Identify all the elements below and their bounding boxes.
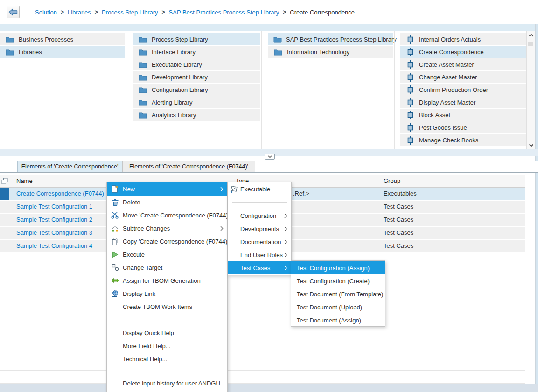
menu-item-more-field-help[interactable]: More Field Help...: [107, 339, 227, 352]
back-button[interactable]: [7, 6, 20, 18]
menu-item-label: Test Cases: [240, 265, 270, 272]
breadcrumb-process-step-library[interactable]: Process Step Library: [102, 9, 158, 16]
menu-item-technical-help[interactable]: Technical Help...: [107, 352, 227, 365]
select-all-icon[interactable]: [1, 178, 8, 184]
column-header-group[interactable]: Group: [384, 175, 400, 187]
executable-icon: [230, 185, 238, 194]
panel4-scrollbar[interactable]: [526, 31, 535, 149]
list-item[interactable]: Alerting Library: [133, 96, 260, 108]
empty-row: [0, 357, 525, 371]
list-item-label: Confirm Production Order: [419, 86, 488, 93]
breadcrumb-libraries[interactable]: Libraries: [68, 9, 91, 16]
list-item[interactable]: Interface Library: [133, 46, 260, 58]
column-header-name[interactable]: Name: [16, 175, 33, 187]
cell-group: Test Cases: [384, 201, 413, 213]
menu-item-assign-for-tbom[interactable]: Assign for TBOM Generation: [107, 274, 227, 287]
list-item[interactable]: Post Goods Issue: [400, 121, 526, 133]
scroll-down-icon[interactable]: [529, 144, 534, 147]
submenu-item-test-configuration-create[interactable]: Test Configuration (Create): [291, 274, 385, 287]
process-step-icon: [405, 35, 415, 44]
list-item[interactable]: Development Library: [133, 71, 260, 83]
breadcrumb-current: Create Correspondence: [290, 9, 355, 16]
menu-item-execute[interactable]: Execute: [107, 248, 227, 261]
browser-panel-1: Business Processes Libraries: [0, 33, 125, 58]
breadcrumb-separator: >: [162, 9, 165, 15]
scrollbar-thumb[interactable]: [528, 42, 533, 46]
cell-name[interactable]: Sample Test Configuration 1: [16, 201, 92, 213]
submenu-item-test-document-upload[interactable]: Test Document (Upload): [291, 301, 385, 314]
submenu-chevron-icon: [284, 213, 287, 218]
subtree-changes-icon: [111, 224, 119, 233]
list-item[interactable]: SAP Best Practices Process Step Library: [268, 33, 393, 45]
list-item[interactable]: Confirm Production Order: [400, 84, 526, 96]
menu-item-label: Developments: [240, 225, 279, 232]
tab-elements-of-create-correspondence-f0744[interactable]: Elements of 'Create Correspondence (F074…: [122, 161, 255, 172]
list-item[interactable]: Analytics Library: [133, 109, 260, 121]
menu-item-copy[interactable]: Copy 'Create Correspondence (F0744)': [107, 235, 227, 248]
menu-item-label: Display Quick Help: [123, 329, 174, 336]
list-item[interactable]: Block Asset: [400, 109, 526, 121]
list-item[interactable]: Display Asset Master: [400, 96, 526, 108]
menu-item-label: Subtree Changes: [123, 225, 170, 232]
list-item[interactable]: Process Step Library: [133, 33, 260, 45]
back-arrow-icon: [8, 8, 18, 16]
menu-item-delete-input-history[interactable]: Delete input history for user ANDGU: [107, 377, 227, 390]
menu-item-label: Assign for TBOM Generation: [123, 277, 201, 284]
menu-item-display-link[interactable]: Display Link: [107, 287, 227, 300]
submenu-item-developments[interactable]: Developments: [228, 222, 291, 235]
menu-item-move[interactable]: Move 'Create Correspondence (F0744)': [107, 209, 227, 222]
list-item[interactable]: Manage Check Books: [400, 134, 526, 146]
change-target-icon: [111, 263, 119, 272]
list-item[interactable]: Executable Library: [133, 58, 260, 70]
scissors-icon: [111, 211, 119, 220]
breadcrumb-solution[interactable]: Solution: [35, 9, 57, 16]
list-item[interactable]: Create Asset Master: [400, 58, 526, 70]
folder-icon: [138, 112, 147, 119]
menu-item-create-tbom-work-items[interactable]: Create TBOM Work Items: [107, 300, 227, 313]
submenu-item-configuration[interactable]: Configuration: [228, 209, 291, 222]
submenu-item-test-configuration-assign[interactable]: Test Configuration (Assign): [291, 261, 385, 274]
menu-item-label: New: [123, 186, 135, 193]
menu-item-new[interactable]: New: [107, 182, 227, 196]
submenu-item-test-document-assign[interactable]: Test Document (Assign): [291, 314, 385, 327]
menu-item-display-quick-help[interactable]: Display Quick Help: [107, 326, 227, 339]
list-item[interactable]: Business Processes: [0, 33, 125, 45]
menu-item-change-target[interactable]: Change Target: [107, 261, 227, 274]
menu-item-label: Configuration: [240, 212, 276, 219]
right-edge-strip: [535, 24, 538, 384]
collapse-panel-button[interactable]: [265, 154, 275, 160]
cell-group: Executables: [384, 188, 417, 200]
cell-name[interactable]: Sample Test Configuration 2: [16, 214, 92, 226]
folder-icon: [5, 36, 14, 43]
list-item[interactable]: Create Correspondence: [400, 46, 526, 58]
list-item-label: Interface Library: [152, 49, 196, 56]
submenu-item-test-document-from-template[interactable]: Test Document (From Template): [291, 287, 385, 301]
tab-elements-of-create-correspondence[interactable]: Elements of 'Create Correspondence': [17, 161, 122, 172]
list-item[interactable]: Libraries: [0, 46, 125, 58]
breadcrumb-sap-best-practices[interactable]: SAP Best Practices Process Step Library: [169, 9, 279, 16]
scroll-up-icon[interactable]: [529, 34, 534, 37]
cell-group: Test Cases: [384, 214, 413, 226]
list-item[interactable]: Configuration Library: [133, 84, 260, 96]
browser-panel-3: SAP Best Practices Process Step Library …: [268, 33, 393, 58]
cell-name[interactable]: Sample Test Configuration 3: [16, 227, 92, 239]
folder-icon: [138, 36, 147, 43]
hierarchy-browser: Business Processes Libraries Process Ste…: [0, 31, 538, 149]
browser-panel-2: Process Step Library Interface Library E…: [133, 33, 260, 121]
list-item-label: Alerting Library: [152, 99, 192, 106]
menu-item-delete[interactable]: Delete: [107, 196, 227, 209]
process-step-icon: [405, 136, 415, 145]
menu-item-subtree-changes[interactable]: Subtree Changes: [107, 222, 227, 235]
submenu-item-end-user-roles[interactable]: End User Roles: [228, 248, 291, 261]
cell-name[interactable]: Create Correspondence (F0744): [16, 188, 104, 200]
list-item-label: Process Step Library: [152, 36, 208, 43]
cell-name[interactable]: Sample Test Configuration 4: [16, 240, 92, 252]
list-item[interactable]: Information Technology: [268, 46, 393, 58]
submenu-item-test-cases[interactable]: Test Cases: [228, 261, 291, 274]
submenu-item-documentation[interactable]: Documentation: [228, 235, 291, 248]
process-step-icon: [405, 111, 415, 119]
menu-item-label: End User Roles: [240, 252, 283, 259]
list-item[interactable]: Change Asset Master: [400, 71, 526, 83]
list-item[interactable]: Internal Orders Actuals: [400, 33, 526, 45]
submenu-item-executable[interactable]: Executable: [228, 182, 291, 196]
